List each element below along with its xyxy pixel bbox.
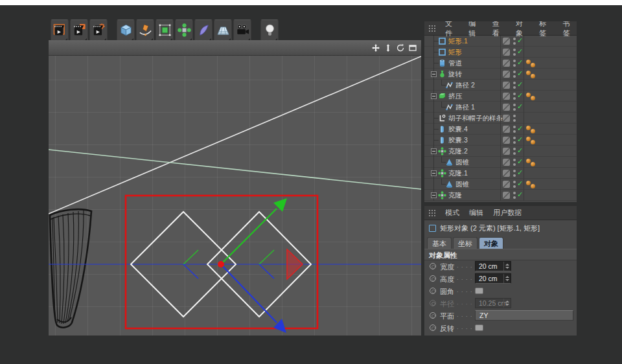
object-label[interactable]: 圆锥 — [455, 180, 469, 189]
object-row[interactable]: 矩形.1✓ — [424, 36, 577, 47]
layer-swatch[interactable] — [503, 104, 510, 111]
layer-swatch[interactable] — [503, 181, 510, 188]
object-label[interactable]: 矩形 — [448, 48, 462, 57]
object-row[interactable]: 路径 1✓ — [424, 102, 577, 113]
object-label[interactable]: 挤压 — [448, 92, 462, 101]
keyframe-circle-icon[interactable] — [430, 275, 436, 282]
cube-primitive-button[interactable] — [117, 19, 135, 43]
object-label[interactable]: 路径 1 — [455, 103, 475, 112]
tab-对象[interactable]: 对象 — [479, 237, 503, 249]
maximize-icon[interactable] — [408, 43, 417, 52]
tag-dot-icon[interactable] — [526, 93, 531, 97]
render-picture-viewer-button[interactable] — [70, 19, 88, 43]
tag-dot-icon[interactable] — [531, 140, 535, 144]
object-row[interactable]: 胡子和帽子的样条 — [424, 113, 577, 124]
visibility-dots[interactable] — [513, 104, 516, 113]
object-label[interactable]: 矩形.1 — [448, 37, 468, 46]
tag-dot-icon[interactable] — [526, 71, 531, 75]
keyframe-circle-icon[interactable] — [430, 263, 436, 269]
object-label[interactable]: 克隆 — [448, 191, 462, 200]
visibility-dots[interactable] — [513, 137, 516, 146]
layer-swatch[interactable] — [503, 115, 510, 122]
enabled-check-icon[interactable]: ✓ — [517, 190, 523, 199]
tag-dot-icon[interactable] — [526, 159, 531, 163]
enabled-check-icon[interactable]: ✓ — [517, 80, 523, 89]
light-button[interactable] — [260, 19, 279, 43]
enabled-check-icon[interactable]: ✓ — [517, 102, 523, 111]
tag-dot-icon[interactable] — [531, 162, 535, 166]
enabled-check-icon[interactable]: ✓ — [517, 36, 523, 45]
tag-dot-icon[interactable] — [531, 184, 535, 188]
visibility-dots[interactable] — [513, 159, 516, 168]
enabled-check-icon[interactable]: ✓ — [517, 58, 523, 67]
vertical-arrows-icon[interactable] — [384, 43, 393, 52]
visibility-dots[interactable] — [513, 181, 516, 190]
tag-dot-icon[interactable] — [531, 63, 535, 67]
enabled-check-icon[interactable]: ✓ — [517, 47, 523, 56]
object-row[interactable]: 克隆.2✓ — [424, 146, 577, 157]
object-label[interactable]: 路径 2 — [455, 81, 475, 90]
tag-dot-icon[interactable] — [531, 96, 535, 100]
layer-swatch[interactable] — [503, 93, 510, 100]
spinner-arrows-icon[interactable] — [503, 274, 511, 283]
checkbox[interactable] — [475, 288, 483, 294]
enabled-check-icon[interactable]: ✓ — [517, 157, 523, 166]
floor-environment-button[interactable] — [214, 19, 232, 43]
axis-origin-dot[interactable] — [218, 261, 224, 267]
keyframe-circle-icon[interactable] — [430, 300, 436, 306]
viewport-canvas[interactable] — [49, 56, 421, 336]
camera-button[interactable] — [233, 19, 251, 43]
object-row[interactable]: 管道✓ — [424, 58, 577, 69]
panel-grip-icon[interactable] — [428, 209, 435, 216]
object-row[interactable]: 克隆✓ — [424, 190, 577, 201]
visibility-dots[interactable] — [513, 170, 516, 179]
expander-toggle-icon[interactable] — [431, 192, 437, 198]
expander-toggle-icon[interactable] — [431, 170, 437, 176]
enabled-check-icon[interactable]: ✓ — [517, 69, 523, 78]
object-row[interactable]: 路径 2✓ — [424, 80, 577, 91]
object-label[interactable]: 克隆.1 — [448, 169, 468, 178]
am-menu-item-0[interactable]: 模式 — [445, 208, 459, 218]
tag-dot-icon[interactable] — [526, 126, 531, 130]
tag-dot-icon[interactable] — [531, 74, 535, 78]
keyframe-circle-icon[interactable] — [430, 324, 436, 331]
object-row[interactable]: 圆锥✓ — [424, 179, 577, 190]
tab-坐标[interactable]: 坐标 — [453, 237, 478, 249]
object-row[interactable]: 旋转✓ — [424, 69, 577, 80]
layer-swatch[interactable] — [503, 60, 510, 67]
tag-dot-icon[interactable] — [526, 60, 531, 64]
layer-swatch[interactable] — [503, 38, 510, 45]
enabled-check-icon[interactable]: ✓ — [517, 179, 523, 188]
layer-swatch[interactable] — [503, 137, 510, 144]
layer-swatch[interactable] — [503, 159, 510, 166]
tag-dot-icon[interactable] — [526, 181, 531, 185]
panel-grip-icon[interactable] — [428, 25, 435, 32]
layer-swatch[interactable] — [503, 192, 510, 199]
array-cloner-button[interactable] — [175, 19, 193, 43]
spinner-arrows-icon[interactable] — [503, 262, 511, 271]
pen-spline-button[interactable] — [136, 19, 154, 43]
layer-swatch[interactable] — [503, 82, 510, 89]
rotate-icon[interactable] — [396, 43, 405, 52]
expander-toggle-icon[interactable] — [431, 93, 437, 99]
visibility-dots[interactable] — [513, 38, 516, 47]
layer-swatch[interactable] — [503, 126, 510, 133]
layer-swatch[interactable] — [503, 71, 510, 78]
subdivision-surface-button[interactable] — [156, 19, 174, 43]
tag-dot-icon[interactable] — [531, 129, 535, 133]
am-menu-item-2[interactable]: 用户数据 — [493, 208, 522, 218]
object-row[interactable]: 胶囊.4✓ — [424, 124, 577, 135]
value-input[interactable]: 20 cm — [475, 273, 511, 284]
layer-swatch[interactable] — [503, 49, 510, 56]
plane-dropdown[interactable]: ZY — [475, 310, 573, 321]
object-label[interactable]: 克隆.2 — [448, 147, 468, 156]
keyframe-circle-icon[interactable] — [430, 288, 436, 294]
expander-toggle-icon[interactable] — [431, 148, 437, 154]
keyframe-circle-icon[interactable] — [430, 312, 436, 319]
layer-swatch[interactable] — [503, 170, 510, 177]
visibility-dots[interactable] — [513, 60, 516, 69]
object-row[interactable]: 克隆.1✓ — [424, 168, 577, 179]
value-input[interactable]: 10.25 cm — [475, 298, 511, 308]
wireframe-hat-object[interactable] — [50, 209, 91, 328]
visibility-dots[interactable] — [513, 115, 516, 124]
